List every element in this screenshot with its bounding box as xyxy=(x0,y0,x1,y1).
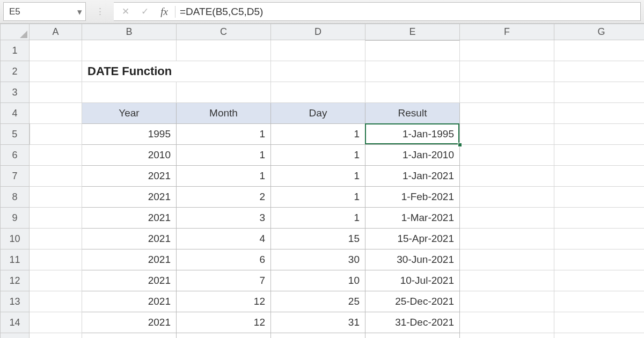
cell-G7[interactable] xyxy=(554,166,645,187)
cell-G12[interactable] xyxy=(554,270,645,291)
cell-G2[interactable] xyxy=(554,61,645,82)
cell-F1[interactable] xyxy=(460,40,554,61)
cell-E7[interactable]: 1-Jan-2021 xyxy=(365,166,460,187)
row-header-4[interactable]: 4 xyxy=(1,103,30,124)
col-header-C[interactable]: C xyxy=(177,24,271,40)
cell-C14[interactable]: 12 xyxy=(177,312,271,333)
cell-G15[interactable] xyxy=(554,333,645,339)
fx-icon[interactable]: fx xyxy=(155,3,174,20)
cell-A14[interactable] xyxy=(30,312,82,333)
cell-A1[interactable] xyxy=(30,40,82,61)
cell-C1[interactable] xyxy=(177,40,271,61)
cell-G4[interactable] xyxy=(554,103,645,124)
row-header-5[interactable]: 5 xyxy=(1,124,30,145)
cell-E4[interactable]: Result xyxy=(365,103,460,124)
cell-F8[interactable] xyxy=(460,187,554,208)
cell-A5[interactable] xyxy=(30,124,82,145)
cell-E1[interactable] xyxy=(365,40,460,61)
cell-F11[interactable] xyxy=(460,249,554,270)
cell-G14[interactable] xyxy=(554,312,645,333)
cell-C3[interactable] xyxy=(177,82,271,103)
cell-F12[interactable] xyxy=(460,270,554,291)
cell-F5[interactable] xyxy=(460,124,554,145)
cell-B1[interactable] xyxy=(82,40,177,61)
cell-D11[interactable]: 30 xyxy=(271,249,365,270)
row-header-6[interactable]: 6 xyxy=(1,145,30,166)
cell-D10[interactable]: 15 xyxy=(271,229,365,249)
cell-G5[interactable] xyxy=(554,124,645,145)
cell-C4[interactable]: Month xyxy=(177,103,271,124)
row-header-10[interactable]: 10 xyxy=(1,229,30,249)
cell-F3[interactable] xyxy=(460,82,554,103)
col-header-A[interactable]: A xyxy=(30,24,82,40)
row-header-14[interactable]: 14 xyxy=(1,312,30,333)
cancel-icon[interactable]: ✕ xyxy=(116,3,135,20)
cell-B9[interactable]: 2021 xyxy=(82,208,177,229)
cell-A11[interactable] xyxy=(30,249,82,270)
cell-E6[interactable]: 1-Jan-2010 xyxy=(365,145,460,166)
cell-A9[interactable] xyxy=(30,208,82,229)
cell-B6[interactable]: 2010 xyxy=(82,145,177,166)
cell-B8[interactable]: 2021 xyxy=(82,187,177,208)
cell-D7[interactable]: 1 xyxy=(271,166,365,187)
cell-G10[interactable] xyxy=(554,229,645,249)
col-header-G[interactable]: G xyxy=(554,24,645,40)
cell-D2[interactable] xyxy=(271,61,365,82)
cell-E8[interactable]: 1-Feb-2021 xyxy=(365,187,460,208)
cell-A10[interactable] xyxy=(30,229,82,249)
cell-F9[interactable] xyxy=(460,208,554,229)
cell-G13[interactable] xyxy=(554,291,645,312)
cell-A15[interactable] xyxy=(30,333,82,339)
col-header-E[interactable]: E xyxy=(365,24,460,40)
cell-E13[interactable]: 25-Dec-2021 xyxy=(365,291,460,312)
cell-F4[interactable] xyxy=(460,103,554,124)
cell-F15[interactable] xyxy=(460,333,554,339)
cell-F14[interactable] xyxy=(460,312,554,333)
cell-B5[interactable]: 1995 xyxy=(82,124,177,145)
cell-E10[interactable]: 15-Apr-2021 xyxy=(365,229,460,249)
cell-D3[interactable] xyxy=(271,82,365,103)
row-header-12[interactable]: 12 xyxy=(1,270,30,291)
row-header-7[interactable]: 7 xyxy=(1,166,30,187)
cell-C15[interactable] xyxy=(177,333,271,339)
cell-C12[interactable]: 7 xyxy=(177,270,271,291)
cell-E14[interactable]: 31-Dec-2021 xyxy=(365,312,460,333)
formula-input[interactable]: =DATE(B5,C5,D5) xyxy=(177,6,638,18)
col-header-D[interactable]: D xyxy=(271,24,365,40)
cell-B15[interactable] xyxy=(82,333,177,339)
worksheet[interactable]: A B C D E F G 1 2 DATE Function xyxy=(0,24,644,338)
cell-C6[interactable]: 1 xyxy=(177,145,271,166)
row-header-2[interactable]: 2 xyxy=(1,61,30,82)
cell-D5[interactable]: 1 xyxy=(271,124,365,145)
cell-G6[interactable] xyxy=(554,145,645,166)
cell-C8[interactable]: 2 xyxy=(177,187,271,208)
cell-D6[interactable]: 1 xyxy=(271,145,365,166)
cell-A12[interactable] xyxy=(30,270,82,291)
cell-E9[interactable]: 1-Mar-2021 xyxy=(365,208,460,229)
cell-F6[interactable] xyxy=(460,145,554,166)
cell-F7[interactable] xyxy=(460,166,554,187)
cell-A13[interactable] xyxy=(30,291,82,312)
cell-G8[interactable] xyxy=(554,187,645,208)
cell-B14[interactable]: 2021 xyxy=(82,312,177,333)
cell-B10[interactable]: 2021 xyxy=(82,229,177,249)
cell-G3[interactable] xyxy=(554,82,645,103)
col-header-B[interactable]: B xyxy=(82,24,177,40)
cell-E5[interactable]: 1-Jan-1995 xyxy=(365,124,460,145)
cell-B2[interactable]: DATE Function xyxy=(82,61,271,82)
cell-D12[interactable]: 10 xyxy=(271,270,365,291)
row-header-11[interactable]: 11 xyxy=(1,249,30,270)
cell-C5[interactable]: 1 xyxy=(177,124,271,145)
cell-B12[interactable]: 2021 xyxy=(82,270,177,291)
cell-D14[interactable]: 31 xyxy=(271,312,365,333)
cell-D8[interactable]: 1 xyxy=(271,187,365,208)
cell-B7[interactable]: 2021 xyxy=(82,166,177,187)
cell-A4[interactable] xyxy=(30,103,82,124)
cell-C13[interactable]: 12 xyxy=(177,291,271,312)
cell-A8[interactable] xyxy=(30,187,82,208)
cell-C7[interactable]: 1 xyxy=(177,166,271,187)
cell-F13[interactable] xyxy=(460,291,554,312)
cell-C9[interactable]: 3 xyxy=(177,208,271,229)
cell-E12[interactable]: 10-Jul-2021 xyxy=(365,270,460,291)
cell-E11[interactable]: 30-Jun-2021 xyxy=(365,249,460,270)
